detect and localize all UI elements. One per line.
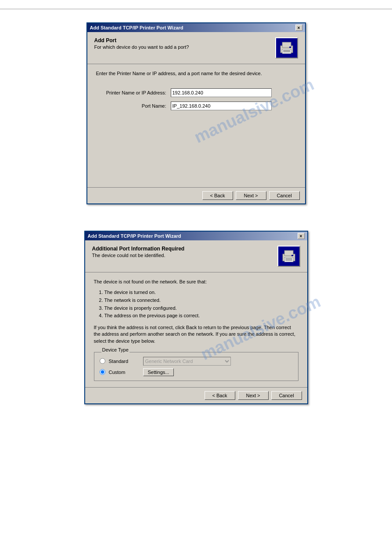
dialog2-titlebar: Add Standard TCP/IP Printer Port Wizard … [85,232,307,240]
custom-label: Custom [109,370,140,375]
dialog2-content: The device is not found on the network. … [85,272,307,387]
dialog1-header-subtitle: For which device do you want to add a po… [94,44,189,50]
svg-rect-10 [285,258,292,259]
dialog1-instruction: Enter the Printer Name or IP address, an… [96,70,296,77]
dialog2-close-button[interactable]: × [298,233,305,239]
dialog2-header: Additional Port Information Required The… [85,240,307,272]
list-item-1: The device is turned on. [104,289,298,297]
svg-rect-4 [283,50,290,51]
page-container: Add Standard TCP/IP Printer Port Wizard … [0,14,392,413]
dialog1-footer: < Back Next > Cancel [87,187,305,203]
settings-button[interactable]: Settings... [143,368,174,376]
printer-name-label: Printer Name or IP Address: [96,90,171,95]
dialog2-back-button[interactable]: < Back [205,391,235,400]
standard-row: Standard Generic Network Card [100,357,293,366]
standard-radio[interactable] [100,358,105,364]
printer-name-input[interactable] [171,88,272,97]
page-divider [0,9,392,9]
dialog1-header-title: Add Port [94,37,189,44]
standard-label: Standard [109,359,140,364]
dialog2-intro: The device is not found on the network. … [94,279,298,285]
list-item-3: The device is properly configured. [104,305,298,312]
custom-row: Custom Settings... [100,368,293,376]
list-item-4: The address on the previous page is corr… [104,312,298,320]
port-name-label: Port Name: [96,103,171,109]
dialog1-close-button[interactable]: × [295,25,302,31]
port-name-input[interactable] [171,102,272,110]
dialog2-next-button[interactable]: Next > [238,391,269,400]
printer-icon-1 [275,37,298,58]
dialog1-content: Enter the Printer Name or IP address, an… [87,64,305,187]
dialog2-wrapper: Add Standard TCP/IP Printer Port Wizard … [84,231,308,404]
dialog1-cancel-button[interactable]: Cancel [269,191,300,200]
dialog2: Add Standard TCP/IP Printer Port Wizard … [84,231,308,404]
dialog2-paragraph: If you think the address is not correct,… [94,324,298,345]
dialog2-cancel-button[interactable]: Cancel [271,391,302,400]
dialog1-back-button[interactable]: < Back [202,191,233,200]
dialog1-header-text: Add Port For which device do you want to… [94,37,189,50]
device-type-legend: Device Type [101,347,129,352]
dialog1-wrapper: Add Standard TCP/IP Printer Port Wizard … [86,22,306,204]
dialog2-header-text: Additional Port Information Required The… [92,246,185,258]
dialog2-footer: < Back Next > Cancel [85,387,307,403]
printer-icon-2 [277,246,300,267]
dialog2-title: Add Standard TCP/IP Printer Port Wizard [88,233,181,239]
dialog2-header-subtitle: The device could not be identified. [92,253,185,258]
printer-name-row: Printer Name or IP Address: [96,88,296,97]
dialog1: Add Standard TCP/IP Printer Port Wizard … [86,22,306,204]
dialog1-titlebar: Add Standard TCP/IP Printer Port Wizard … [87,23,305,32]
svg-rect-9 [291,255,293,256]
dialog2-list: The device is turned on. The network is … [94,289,298,319]
svg-rect-3 [289,47,291,48]
svg-rect-11 [285,260,292,261]
dialog1-next-button[interactable]: Next > [236,191,266,200]
svg-rect-5 [283,51,290,52]
port-name-row: Port Name: [96,102,296,110]
dialog2-header-title: Additional Port Information Required [92,246,185,252]
device-type-group: Device Type Standard Generic Network Car… [94,350,298,381]
standard-dropdown[interactable]: Generic Network Card [143,357,231,366]
custom-radio[interactable] [100,369,105,375]
dialog1-header: Add Port For which device do you want to… [87,32,305,64]
dialog1-title: Add Standard TCP/IP Printer Port Wizard [90,25,183,30]
list-item-2: The network is connected. [104,297,298,305]
